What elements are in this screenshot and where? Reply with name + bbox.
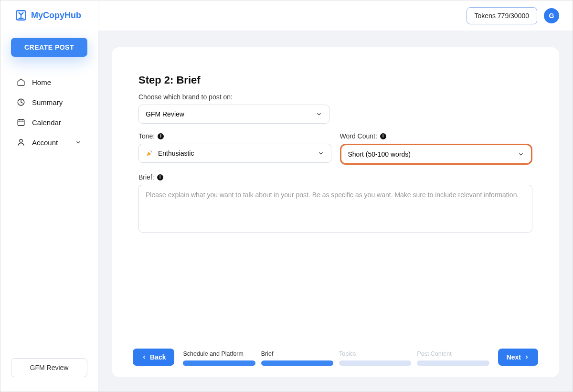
topbar: Tokens 779/30000 G bbox=[98, 0, 573, 31]
content-area: Step 2: Brief Choose which brand to post… bbox=[98, 31, 573, 392]
step-label: Topics bbox=[339, 350, 411, 357]
steps-track: Schedule and Platform Brief Topics Post … bbox=[183, 350, 489, 366]
sidebar-brand-selector[interactable]: GFM Review bbox=[11, 358, 87, 377]
step-brief: Brief bbox=[261, 350, 333, 366]
brand-field-label: Choose which brand to post on: bbox=[138, 93, 532, 101]
step-label: Schedule and Platform bbox=[183, 350, 255, 357]
step-bar bbox=[417, 360, 489, 366]
chevron-down-icon bbox=[75, 139, 82, 146]
wordcount-field-label: Word Count: i bbox=[340, 132, 533, 140]
party-popper-icon bbox=[146, 149, 153, 157]
tone-field-label: Tone: i bbox=[138, 132, 331, 140]
account-icon bbox=[17, 138, 25, 147]
chevron-down-icon bbox=[316, 111, 322, 117]
brand-select[interactable]: GFM Review bbox=[138, 105, 329, 124]
step-post-content: Post Content bbox=[417, 350, 489, 366]
tone-select[interactable]: Enthusiastic bbox=[138, 144, 331, 163]
tone-label-text: Tone: bbox=[138, 132, 155, 140]
step-bar bbox=[261, 360, 333, 366]
page-title: Step 2: Brief bbox=[138, 74, 532, 86]
chevron-down-icon bbox=[318, 150, 324, 157]
info-icon[interactable]: i bbox=[380, 133, 386, 139]
sidebar-item-account[interactable]: Account bbox=[0, 132, 98, 152]
step-topics: Topics bbox=[339, 350, 411, 366]
sidebar-item-calendar[interactable]: Calendar bbox=[0, 112, 98, 132]
step-schedule: Schedule and Platform bbox=[183, 350, 255, 366]
logo-text: MyCopyHub bbox=[31, 11, 81, 21]
form-card: Step 2: Brief Choose which brand to post… bbox=[112, 47, 559, 377]
logo: MyCopyHub bbox=[0, 0, 98, 25]
step-bar bbox=[183, 360, 255, 366]
tone-select-value: Enthusiastic bbox=[158, 149, 194, 157]
svg-point-4 bbox=[151, 151, 152, 152]
brief-label-text: Brief: bbox=[138, 173, 154, 181]
wordcount-select[interactable]: Short (50-100 words) bbox=[340, 144, 533, 165]
sidebar-item-summary[interactable]: Summary bbox=[0, 92, 98, 112]
wordcount-select-value: Short (50-100 words) bbox=[348, 150, 411, 158]
summary-icon bbox=[17, 98, 25, 106]
back-button-label: Back bbox=[150, 353, 166, 361]
next-button[interactable]: Next bbox=[498, 349, 538, 366]
sidebar-item-label: Calendar bbox=[32, 118, 61, 127]
info-icon[interactable]: i bbox=[157, 174, 163, 180]
brief-field-label: Brief: i bbox=[138, 173, 532, 181]
back-button[interactable]: Back bbox=[133, 349, 174, 366]
sidebar-nav: Home Summary Calendar Account bbox=[0, 65, 98, 152]
tokens-counter[interactable]: Tokens 779/30000 bbox=[467, 7, 537, 24]
create-post-button[interactable]: CREATE POST bbox=[11, 38, 87, 57]
brand-select-value: GFM Review bbox=[146, 110, 184, 118]
chevron-down-icon bbox=[518, 151, 524, 158]
step-bar bbox=[339, 360, 411, 366]
sidebar-item-label: Account bbox=[32, 138, 58, 147]
svg-point-3 bbox=[20, 139, 22, 142]
sidebar-footer: GFM Review bbox=[0, 349, 98, 392]
home-icon bbox=[17, 78, 25, 86]
sidebar-item-label: Home bbox=[32, 78, 51, 86]
info-icon[interactable]: i bbox=[158, 133, 164, 139]
brief-textarea[interactable] bbox=[138, 185, 532, 233]
logo-icon bbox=[15, 9, 27, 21]
sidebar-item-label: Summary bbox=[32, 98, 63, 106]
wordcount-label-text: Word Count: bbox=[340, 132, 377, 140]
svg-point-6 bbox=[150, 150, 150, 151]
svg-point-5 bbox=[152, 152, 152, 153]
calendar-icon bbox=[17, 118, 25, 127]
avatar[interactable]: G bbox=[544, 8, 559, 23]
sidebar-item-home[interactable]: Home bbox=[0, 72, 98, 92]
sidebar: MyCopyHub CREATE POST Home Summary Calen… bbox=[0, 0, 98, 392]
step-label: Post Content bbox=[417, 350, 489, 357]
stepper-bar: Back Schedule and Platform Brief Topics … bbox=[133, 349, 538, 366]
step-label: Brief bbox=[261, 350, 333, 357]
next-button-label: Next bbox=[507, 353, 521, 361]
svg-rect-2 bbox=[18, 120, 24, 126]
